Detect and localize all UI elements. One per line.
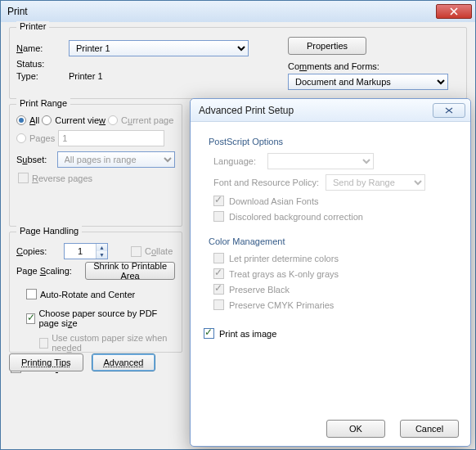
- copies-label: Copies:: [16, 246, 59, 256]
- download-asian-label: Download Asian Fonts: [229, 196, 318, 206]
- subset-select[interactable]: All pages in range: [57, 151, 175, 168]
- print-as-image-label: Print as image: [219, 329, 276, 339]
- comments-forms-label: Comments and Forms:: [288, 61, 379, 71]
- discolored-bg-label: Discolored background correction: [229, 212, 363, 222]
- collate-checkbox: Collate: [131, 246, 173, 257]
- collate-label: Collate: [145, 246, 173, 256]
- auto-rotate-label: Auto-Rotate and Center: [40, 290, 135, 299]
- treat-grays-checkbox: [213, 268, 224, 279]
- radio-icon: [108, 115, 118, 125]
- copies-spinner[interactable]: ▲▼: [64, 243, 108, 259]
- advanced-button[interactable]: Advanced: [92, 353, 156, 371]
- range-pages-radio: Pages: [16, 130, 164, 146]
- page-handling-group: Page Handling Copies: ▲▼ Collate Page Sc…: [9, 232, 182, 353]
- radio-icon: [16, 115, 26, 125]
- preserve-cmyk-checkbox: [213, 299, 224, 310]
- page-scaling-label: Page Scaling:: [16, 266, 80, 276]
- printing-tips-button[interactable]: Printing Tips: [9, 353, 83, 371]
- radio-icon: [42, 115, 52, 125]
- range-current-page-label: Current page: [121, 115, 173, 125]
- download-asian-checkbox: [213, 196, 224, 206]
- printer-type-value: Printer 1: [69, 71, 103, 81]
- subset-label: Subset:: [16, 155, 52, 164]
- print-range-legend: Print Range: [16, 98, 70, 108]
- use-custom-label: Use custom paper size when needed: [52, 333, 175, 353]
- language-select: [267, 153, 374, 169]
- printer-type-label: Type:: [16, 71, 64, 81]
- page-scaling-select[interactable]: Shrink to Printable Area: [85, 262, 175, 280]
- properties-button[interactable]: Properties: [288, 37, 366, 55]
- reverse-pages-label: Reverse pages: [32, 173, 92, 183]
- window-title: Print: [7, 6, 28, 17]
- ok-button[interactable]: OK: [326, 420, 385, 438]
- checkbox-icon: [131, 246, 141, 257]
- chevron-down-icon[interactable]: ▼: [97, 251, 107, 259]
- range-current-view-radio[interactable]: Current view: [42, 115, 106, 125]
- comments-forms-select[interactable]: Document and Markups: [288, 74, 448, 90]
- dialog-titlebar: Advanced Print Setup: [191, 99, 470, 122]
- window-close-button[interactable]: [436, 4, 472, 19]
- discolored-bg-checkbox: [213, 211, 224, 222]
- preserve-black-checkbox: [213, 284, 224, 295]
- dialog-close-button[interactable]: [433, 103, 465, 118]
- printer-name-select[interactable]: Printer 1: [69, 40, 249, 56]
- color-management-heading: Color Management: [209, 236, 459, 246]
- print-as-image-checkbox[interactable]: [204, 328, 214, 339]
- range-current-page-radio: Current page: [108, 115, 173, 125]
- print-range-group: Print Range All Current view Current pag…: [9, 104, 182, 227]
- use-custom-checkbox: [39, 338, 48, 349]
- preserve-black-label: Preserve Black: [229, 285, 290, 295]
- close-icon: [442, 107, 456, 114]
- radio-icon: [16, 133, 26, 143]
- printer-group: Printer Name: Printer 1 Status: Type: Pr…: [9, 27, 467, 99]
- language-label: Language:: [213, 156, 263, 166]
- advanced-print-setup-dialog: Advanced Print Setup PostScript Options …: [190, 98, 471, 447]
- choose-paper-checkbox[interactable]: [26, 313, 35, 324]
- titlebar: Print: [1, 1, 475, 22]
- page-handling-legend: Page Handling: [16, 226, 82, 236]
- range-all-radio[interactable]: All: [16, 115, 39, 125]
- postscript-options-heading: PostScript Options: [209, 137, 459, 146]
- font-policy-label: Font and Resource Policy:: [213, 178, 319, 187]
- let-printer-checkbox: [213, 253, 224, 263]
- close-icon: [450, 7, 458, 16]
- printer-name-label: Name:: [16, 43, 64, 53]
- copies-input[interactable]: [65, 244, 96, 259]
- cancel-button[interactable]: Cancel: [400, 420, 459, 438]
- range-pages-label: Pages: [29, 133, 55, 143]
- printer-legend: Printer: [16, 21, 49, 31]
- reverse-pages-checkbox: [18, 173, 29, 183]
- range-current-view-label: Current view: [55, 115, 106, 125]
- preserve-cmyk-label: Preserve CMYK Primaries: [229, 300, 334, 310]
- let-printer-label: Let printer determine colors: [229, 254, 339, 263]
- printer-status-label: Status:: [16, 59, 64, 69]
- choose-paper-label: Choose paper source by PDF page size: [38, 308, 175, 328]
- dialog-title: Advanced Print Setup: [199, 105, 294, 116]
- auto-rotate-checkbox[interactable]: [26, 289, 37, 299]
- chevron-up-icon[interactable]: ▲: [97, 244, 107, 251]
- font-policy-select: Send by Range: [326, 174, 425, 191]
- range-pages-input: [58, 130, 164, 146]
- range-all-label: All: [29, 115, 39, 125]
- treat-grays-label: Treat grays as K-only grays: [229, 269, 339, 279]
